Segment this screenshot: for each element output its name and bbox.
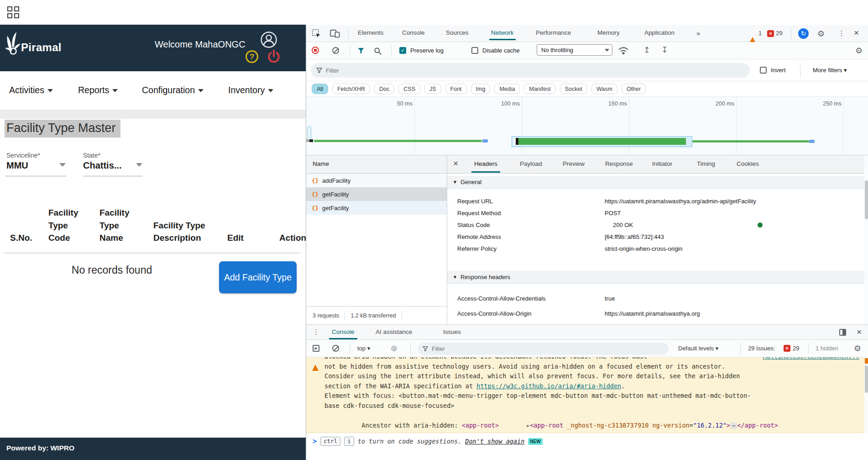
waterfall-bar[interactable]: [692, 140, 809, 143]
chevron-down-icon[interactable]: [59, 163, 66, 167]
waterfall-bar[interactable]: [314, 140, 482, 142]
inspect-icon[interactable]: [312, 29, 321, 38]
split-panel-icon[interactable]: [839, 329, 846, 336]
export-har-icon[interactable]: ↧: [661, 45, 668, 55]
chip-other[interactable]: Other: [622, 84, 646, 94]
throttling-select[interactable]: No throttling: [537, 44, 612, 56]
detail-scrollbar[interactable]: [864, 155, 868, 324]
drawer-tab-issues[interactable]: Issues: [443, 328, 461, 335]
tab-elements[interactable]: Elements: [358, 29, 383, 36]
import-har-icon[interactable]: ↥: [643, 45, 650, 55]
filter-funnel-icon[interactable]: [357, 48, 365, 54]
chip-doc[interactable]: Doc: [374, 84, 394, 94]
detail-tab-response[interactable]: Response: [605, 160, 633, 167]
record-network-log-icon[interactable]: [312, 47, 319, 54]
settings-gear-icon[interactable]: ⚙: [817, 29, 825, 39]
tab-sources[interactable]: Sources: [446, 29, 469, 36]
element-tag[interactable]: <app-root: [530, 422, 563, 429]
clear-console-icon[interactable]: [332, 345, 339, 352]
detail-tab-initiator[interactable]: Initiator: [652, 160, 672, 167]
chip-js[interactable]: JS: [424, 84, 441, 94]
chip-font[interactable]: Font: [445, 84, 467, 94]
scrollbar-thumb[interactable]: [865, 365, 868, 393]
device-toolbar-icon[interactable]: [330, 29, 340, 38]
more-options-icon[interactable]: ⋮: [838, 29, 845, 37]
warning-indicator-icon[interactable]: !: [749, 30, 757, 37]
console-filter-input[interactable]: [432, 345, 664, 352]
add-facility-type-button[interactable]: Add Facility Type: [219, 261, 297, 293]
chip-wasm[interactable]: Wasm: [591, 84, 617, 94]
chevron-down-icon[interactable]: [136, 163, 142, 167]
dont-show-again-link[interactable]: Don't show again: [465, 438, 524, 445]
detail-tab-cookies[interactable]: Cookies: [737, 160, 759, 167]
chip-media[interactable]: Media: [494, 84, 520, 94]
default-levels-select[interactable]: Default levels ▾: [678, 345, 718, 352]
chip-all[interactable]: All: [312, 84, 328, 94]
response-headers-section-header[interactable]: ▼ Response headers: [447, 271, 864, 284]
tab-console[interactable]: Console: [402, 29, 425, 36]
disable-cache-label[interactable]: Disable cache: [482, 47, 520, 54]
network-filter-input[interactable]: [326, 67, 744, 74]
source-location-link[interactable]: MultiRoleScreenComponent.t: [763, 357, 859, 362]
more-filters-button[interactable]: More filters ▾: [813, 67, 847, 74]
chip-fetch-xhr[interactable]: Fetch/XHR: [332, 84, 370, 94]
issues-label[interactable]: 29 Issues:: [748, 345, 775, 352]
console-scrollbar[interactable]: [864, 357, 868, 433]
console-sidebar-icon[interactable]: ▶: [313, 345, 319, 352]
aria-spec-link[interactable]: https://w3c.github.io/aria/#aria-hidden: [476, 382, 621, 390]
clear-network-log-icon[interactable]: [332, 47, 339, 54]
more-tabs-icon[interactable]: »: [696, 29, 700, 37]
request-row-addfacility[interactable]: {} addFacility: [306, 174, 447, 187]
request-row-getfacility[interactable]: {} getFacility: [306, 201, 447, 215]
expand-ellipsis-icon[interactable]: ⋯: [730, 423, 737, 429]
nav-reports[interactable]: Reports: [78, 85, 118, 95]
scrollbar-thumb[interactable]: [865, 180, 868, 219]
network-overview-timeline[interactable]: 50 ms 100 ms 150 ms 200 ms 250 ms: [306, 97, 868, 155]
close-detail-pane-icon[interactable]: ×: [453, 159, 458, 168]
request-row-getfacility-selected[interactable]: {} getFacility: [306, 187, 447, 201]
name-column-header[interactable]: Name: [313, 160, 329, 167]
chip-socket[interactable]: Socket: [560, 84, 587, 94]
state-select[interactable]: Chattis...: [83, 160, 121, 171]
avatar-icon[interactable]: [260, 31, 277, 48]
console-settings-gear-icon[interactable]: ⚙: [854, 344, 861, 354]
detail-tab-preview[interactable]: Preview: [563, 160, 585, 167]
console-prompt[interactable]: > ctrl i to turn on code suggestions. Do…: [306, 433, 868, 449]
invert-checkbox[interactable]: [760, 67, 767, 74]
tab-memory[interactable]: Memory: [597, 29, 620, 36]
preserve-log-checkbox[interactable]: ✓: [399, 47, 406, 54]
network-settings-gear-icon[interactable]: ⚙: [855, 46, 863, 56]
invert-label[interactable]: Invert: [771, 67, 786, 74]
close-devtools-icon[interactable]: ×: [854, 28, 859, 37]
detail-tab-payload[interactable]: Payload: [520, 160, 542, 167]
chip-manifest[interactable]: Manifest: [524, 84, 555, 94]
search-icon[interactable]: [374, 47, 382, 55]
drawer-more-options-icon[interactable]: ⋮: [313, 328, 319, 336]
nav-inventory[interactable]: Inventory: [228, 85, 273, 95]
context-selector[interactable]: top ▾: [357, 345, 370, 352]
power-icon[interactable]: [267, 49, 281, 65]
expand-triangle-icon[interactable]: ▸: [526, 422, 530, 429]
live-expression-eye-icon[interactable]: ◎: [391, 344, 397, 352]
general-section-header[interactable]: ▼ General: [447, 176, 864, 189]
error-indicator-icon[interactable]: ×: [767, 30, 774, 37]
grid-menu-icon[interactable]: [7, 6, 19, 18]
drawer-tab-ai-assistance[interactable]: AI assistance: [376, 328, 412, 335]
tab-performance[interactable]: Performance: [536, 29, 571, 36]
help-icon[interactable]: ?: [246, 50, 258, 63]
chip-css[interactable]: CSS: [398, 84, 420, 94]
network-conditions-icon[interactable]: [618, 46, 629, 55]
tab-network[interactable]: Network: [491, 29, 514, 36]
preserve-log-label[interactable]: Preserve log: [410, 47, 444, 54]
waterfall-selected-range[interactable]: [512, 136, 692, 147]
disable-cache-checkbox[interactable]: [471, 47, 478, 54]
detail-tab-timing[interactable]: Timing: [697, 160, 715, 167]
tab-application[interactable]: Application: [644, 29, 675, 36]
chip-img[interactable]: Img: [471, 84, 491, 94]
nav-configuration[interactable]: Configuration: [142, 85, 204, 95]
close-drawer-icon[interactable]: ×: [857, 328, 862, 336]
extension-icon[interactable]: ↻: [798, 28, 809, 39]
nav-activities[interactable]: Activities: [9, 85, 53, 95]
detail-tab-headers[interactable]: Headers: [474, 160, 497, 167]
drawer-tab-console[interactable]: Console: [332, 328, 355, 335]
